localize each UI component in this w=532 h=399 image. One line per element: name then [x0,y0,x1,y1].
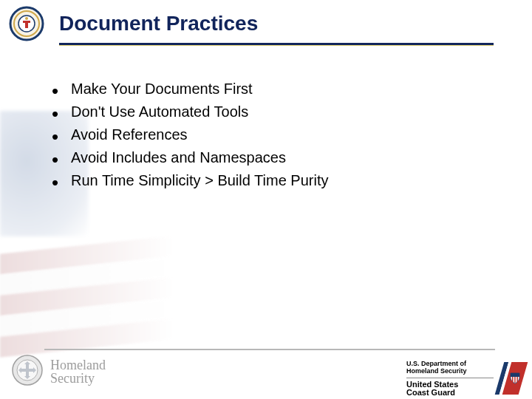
slide-title: Document Practices [59,12,258,35]
bullet-item: Make Your Documents First [52,78,328,100]
bullet-item: Don't Use Automated Tools [52,100,328,123]
department-block: U.S. Department of Homeland Security Uni… [406,361,494,398]
agency-seal-icon [9,6,44,41]
footer-divider [44,349,495,350]
homeland-security-text: Homeland Security [50,358,106,385]
slide: Document Practices Make Your Documents F… [0,0,532,399]
homeland-line1: Homeland [50,358,106,372]
cg-line2: Coast Guard [406,389,494,398]
svg-rect-7 [512,377,514,382]
bullet-list: Make Your Documents First Don't Use Auto… [52,78,328,192]
bullet-item: Avoid Includes and Namespaces [52,146,328,169]
dept-line2: Homeland Security [406,368,494,375]
homeland-security-block: Homeland Security [12,355,106,389]
uscg-racing-stripe-icon [498,362,528,395]
flag-background [0,0,192,399]
dhs-seal-icon [12,355,43,389]
bullet-item: Run Time Simplicity > Build Time Purity [52,169,328,192]
svg-rect-8 [514,377,516,383]
svg-rect-6 [511,373,519,377]
bullet-item: Avoid References [52,123,328,146]
title-divider [59,43,494,46]
svg-point-3 [25,17,28,20]
svg-rect-9 [516,377,518,382]
dept-divider [406,378,494,378]
homeland-line2: Security [50,372,106,385]
